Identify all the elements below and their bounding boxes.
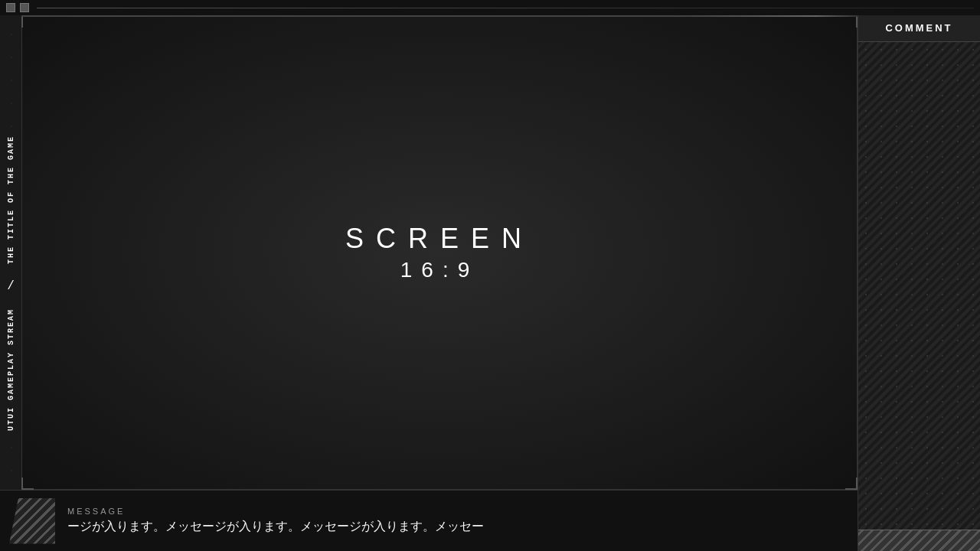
stream-label: UTUi GAMEPLAY STREAM <box>7 308 15 431</box>
window-btn-1[interactable] <box>6 3 15 12</box>
corner-decoration-br <box>845 478 858 490</box>
top-bar <box>0 0 980 15</box>
screen-center: SCREEN 16:9 <box>345 223 534 282</box>
comment-dots-pattern <box>858 42 980 530</box>
comment-header: COMMENT <box>858 15 980 42</box>
main-screen: SCREEN 16:9 <box>21 15 858 490</box>
comment-panel: COMMENT <box>858 15 980 551</box>
game-title-label: THE TITLE OF THE GAME <box>7 135 15 264</box>
comment-footer-hatch <box>858 530 980 551</box>
window-btn-2[interactable] <box>20 3 29 12</box>
slash-separator: / <box>7 279 15 293</box>
screen-ratio: 16:9 <box>345 258 534 282</box>
comment-content-area <box>858 42 980 530</box>
screen-title: SCREEN <box>345 223 534 255</box>
bottom-text-area: MESSAGE ージが入ります。メッセージが入ります。メッセージが入ります。メッ… <box>67 507 848 535</box>
corner-decoration-tl <box>21 15 34 28</box>
top-bar-line <box>37 8 974 8</box>
corner-decoration-tr <box>845 15 858 28</box>
screen-progress-line <box>21 15 858 17</box>
message-text: ージが入ります。メッセージが入ります。メッセージが入ります。メッセー <box>67 519 848 535</box>
bottom-bar: MESSAGE ージが入ります。メッセージが入ります。メッセージが入ります。メッ… <box>0 490 858 551</box>
message-label: MESSAGE <box>67 507 848 516</box>
left-sidebar: THE TITLE OF THE GAME / UTUi GAMEPLAY ST… <box>0 15 21 551</box>
comment-label: COMMENT <box>885 22 952 34</box>
corner-decoration-bl <box>21 478 34 490</box>
